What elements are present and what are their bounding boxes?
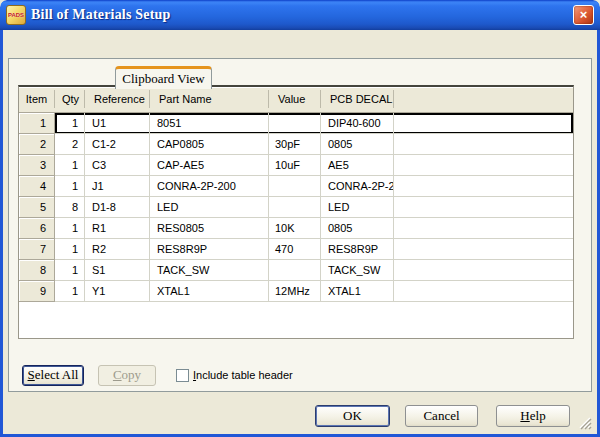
select-all-mnemonic: S (28, 367, 35, 382)
include-table-header-checkbox[interactable] (176, 369, 189, 382)
cell-filler[interactable] (394, 113, 573, 134)
cell-qty[interactable]: 1 (55, 260, 85, 281)
cell-value[interactable] (269, 113, 321, 134)
cell-reference[interactable]: D1-8 (85, 197, 150, 218)
row-header-cell[interactable]: 2 (19, 134, 55, 155)
row-header-cell[interactable]: 1 (19, 113, 55, 134)
cancel-button[interactable]: Cancel (405, 405, 478, 427)
help-button[interactable]: Help (496, 405, 570, 427)
row-header-cell[interactable]: 3 (19, 155, 55, 176)
cell-filler[interactable] (394, 134, 573, 155)
table-row[interactable]: 91Y1XTAL112MHzXTAL1 (19, 281, 573, 302)
cell-reference[interactable]: Y1 (85, 281, 150, 302)
row-header-cell[interactable]: 6 (19, 218, 55, 239)
cell-filler[interactable] (394, 239, 573, 260)
column-header-value[interactable]: Value (269, 90, 321, 108)
cell-reference[interactable]: J1 (85, 176, 150, 197)
cell-part_name[interactable]: LED (150, 197, 269, 218)
cell-qty[interactable]: 1 (55, 281, 85, 302)
table-row[interactable]: 58D1-8LEDLED (19, 197, 573, 218)
include-header-text: nclude table header (196, 369, 293, 381)
cell-reference[interactable]: R1 (85, 218, 150, 239)
cell-filler[interactable] (394, 281, 573, 302)
cell-value[interactable]: 470 (269, 239, 321, 260)
cell-filler[interactable] (394, 197, 573, 218)
row-header-cell[interactable]: 9 (19, 281, 55, 302)
column-header-filler (394, 90, 573, 108)
copy-button[interactable]: Copy (98, 365, 156, 386)
column-header-item[interactable]: Item (19, 90, 55, 108)
cell-value[interactable] (269, 260, 321, 281)
cell-pcb_decal[interactable]: RES8R9P (321, 239, 394, 260)
cell-qty[interactable]: 1 (55, 239, 85, 260)
cell-pcb_decal[interactable]: AE5 (321, 155, 394, 176)
cell-pcb_decal[interactable]: DIP40-600 (321, 113, 394, 134)
cell-pcb_decal[interactable]: 0805 (321, 134, 394, 155)
row-header-cell[interactable]: 8 (19, 260, 55, 281)
cell-part_name[interactable]: RES8R9P (150, 239, 269, 260)
cell-reference[interactable]: R2 (85, 239, 150, 260)
row-header-cell[interactable]: 5 (19, 197, 55, 218)
cell-value[interactable] (269, 176, 321, 197)
row-data: 2C1-2CAP080530pF0805 (55, 134, 573, 155)
row-data: 1U18051DIP40-600 (55, 113, 573, 134)
table-row[interactable]: 11U18051DIP40-600 (19, 113, 573, 134)
title-bar[interactable]: PADS Bill of Materials Setup × (0, 0, 600, 30)
row-header-cell[interactable]: 7 (19, 239, 55, 260)
cell-filler[interactable] (394, 155, 573, 176)
cell-pcb_decal[interactable]: LED (321, 197, 394, 218)
cell-reference[interactable]: U1 (85, 113, 150, 134)
table-row[interactable]: 71R2RES8R9P470RES8R9P (19, 239, 573, 260)
cell-value[interactable]: 30pF (269, 134, 321, 155)
column-header-qty[interactable]: Qty (55, 90, 85, 108)
column-header-reference[interactable]: Reference (85, 90, 150, 108)
cell-part_name[interactable]: 8051 (150, 113, 269, 134)
row-data: 8D1-8LEDLED (55, 197, 573, 218)
cell-part_name[interactable]: RES0805 (150, 218, 269, 239)
cell-qty[interactable]: 1 (55, 176, 85, 197)
ok-button[interactable]: OK (315, 405, 390, 427)
cell-reference[interactable]: C1-2 (85, 134, 150, 155)
cell-qty[interactable]: 8 (55, 197, 85, 218)
cell-filler[interactable] (394, 176, 573, 197)
table-row[interactable]: 22C1-2CAP080530pF0805 (19, 134, 573, 155)
cell-filler[interactable] (394, 260, 573, 281)
cell-reference[interactable]: C3 (85, 155, 150, 176)
select-all-button[interactable]: Select All (22, 365, 84, 386)
cell-qty[interactable]: 1 (55, 218, 85, 239)
cell-value[interactable]: 10uF (269, 155, 321, 176)
cell-part_name[interactable]: XTAL1 (150, 281, 269, 302)
row-data: 1R2RES8R9P470RES8R9P (55, 239, 573, 260)
row-header-cell[interactable]: 4 (19, 176, 55, 197)
cell-pcb_decal[interactable]: CONRA-2P-200 (321, 176, 394, 197)
table-row[interactable]: 31C3CAP-AE510uFAE5 (19, 155, 573, 176)
column-header-pcb-decal[interactable]: PCB DECAL (321, 90, 394, 108)
cell-pcb_decal[interactable]: 0805 (321, 218, 394, 239)
cell-qty[interactable]: 2 (55, 134, 85, 155)
cell-pcb_decal[interactable]: TACK_SW (321, 260, 394, 281)
column-header-part-name[interactable]: Part Name (150, 90, 269, 108)
resize-grip[interactable] (577, 415, 592, 430)
table-row[interactable]: 81S1TACK_SWTACK_SW (19, 260, 573, 281)
cell-pcb_decal[interactable]: XTAL1 (321, 281, 394, 302)
cell-value[interactable]: 12MHz (269, 281, 321, 302)
tab-clipboard-view[interactable]: Clipboard View (115, 66, 212, 89)
cell-part_name[interactable]: CAP-AE5 (150, 155, 269, 176)
cell-qty[interactable]: 1 (55, 113, 85, 134)
table-row[interactable]: 41J1CONRA-2P-200CONRA-2P-200 (19, 176, 573, 197)
cell-value[interactable]: 10K (269, 218, 321, 239)
cell-value[interactable] (269, 197, 321, 218)
copy-mnemonic: C (113, 367, 122, 382)
cell-filler[interactable] (394, 218, 573, 239)
cell-part_name[interactable]: CONRA-2P-200 (150, 176, 269, 197)
close-button[interactable]: × (573, 5, 594, 25)
bom-grid: Item Qty Reference Part Name Value PCB D… (18, 85, 574, 339)
cell-part_name[interactable]: CAP0805 (150, 134, 269, 155)
include-table-header-label[interactable]: Include table header (193, 369, 293, 382)
table-row[interactable]: 61R1RES080510K0805 (19, 218, 573, 239)
row-data: 1S1TACK_SWTACK_SW (55, 260, 573, 281)
help-label: elp (530, 408, 546, 423)
cell-qty[interactable]: 1 (55, 155, 85, 176)
cell-part_name[interactable]: TACK_SW (150, 260, 269, 281)
cell-reference[interactable]: S1 (85, 260, 150, 281)
